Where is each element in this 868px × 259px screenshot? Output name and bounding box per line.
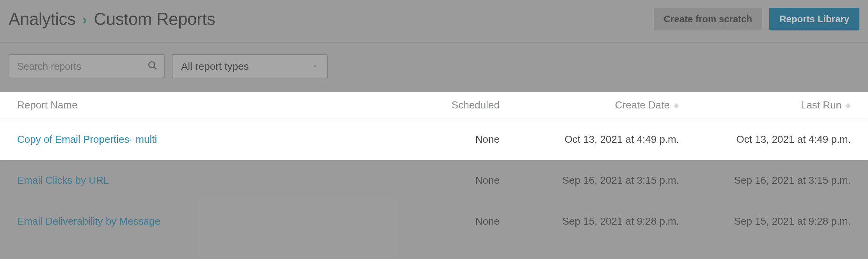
cell-last-run: Sep 15, 2021 at 9:28 p.m.	[679, 215, 851, 227]
cell-scheduled: None	[390, 133, 507, 145]
col-last-run-label: Last Run	[801, 99, 841, 111]
report-type-filter-label: All report types	[181, 60, 249, 73]
table-header-row: Report Name Scheduled Create Date ◆ Last…	[0, 92, 868, 119]
caret-down-icon	[311, 60, 318, 73]
page-header: Analytics › Custom Reports Create from s…	[0, 0, 868, 42]
breadcrumb-current: Custom Reports	[94, 9, 215, 29]
cell-create-date: Oct 13, 2021 at 4:49 p.m.	[507, 133, 679, 145]
breadcrumb: Analytics › Custom Reports	[9, 9, 215, 29]
col-create-date-label: Create Date	[615, 99, 670, 111]
svg-line-1	[154, 67, 157, 69]
report-link[interactable]: Copy of Email Properties- multi	[17, 133, 157, 145]
cell-scheduled: None	[390, 215, 507, 227]
cell-create-date: Sep 16, 2021 at 3:15 p.m.	[507, 174, 679, 186]
header-actions: Create from scratch Reports Library	[654, 8, 859, 30]
sort-icon: ◆	[845, 101, 851, 110]
table-row[interactable]: Copy of Email Properties- multiNoneOct 1…	[0, 119, 868, 160]
sort-icon: ◆	[674, 101, 679, 110]
report-link[interactable]: Email Deliverability by Message	[17, 215, 160, 227]
breadcrumb-root[interactable]: Analytics	[9, 9, 76, 29]
filters-bar: All report types	[0, 43, 868, 92]
chevron-right-icon: ›	[83, 12, 87, 27]
svg-point-0	[149, 62, 155, 67]
col-create-date[interactable]: Create Date ◆	[507, 99, 679, 111]
cell-create-date: Sep 15, 2021 at 9:28 p.m.	[507, 215, 679, 227]
report-link[interactable]: Email Clicks by URL	[17, 174, 109, 186]
search-input[interactable]	[9, 54, 165, 78]
reports-library-button[interactable]: Reports Library	[769, 8, 859, 30]
col-report-name[interactable]: Report Name	[17, 99, 390, 111]
create-from-scratch-button[interactable]: Create from scratch	[654, 8, 763, 30]
table-row[interactable]: Email Clicks by URLNoneSep 16, 2021 at 3…	[0, 160, 868, 201]
reports-table: Report Name Scheduled Create Date ◆ Last…	[0, 92, 868, 242]
cell-last-run: Oct 13, 2021 at 4:49 p.m.	[679, 133, 851, 145]
col-scheduled[interactable]: Scheduled	[452, 99, 507, 111]
table-body: Copy of Email Properties- multiNoneOct 1…	[0, 119, 868, 242]
search-icon	[148, 60, 158, 72]
search-wrap	[9, 54, 165, 78]
col-last-run[interactable]: Last Run ◆	[679, 99, 851, 111]
cell-last-run: Sep 16, 2021 at 3:15 p.m.	[679, 174, 851, 186]
report-type-filter[interactable]: All report types	[172, 54, 328, 78]
table-row[interactable]: Email Deliverability by MessageNoneSep 1…	[0, 201, 868, 242]
cell-scheduled: None	[390, 174, 507, 186]
